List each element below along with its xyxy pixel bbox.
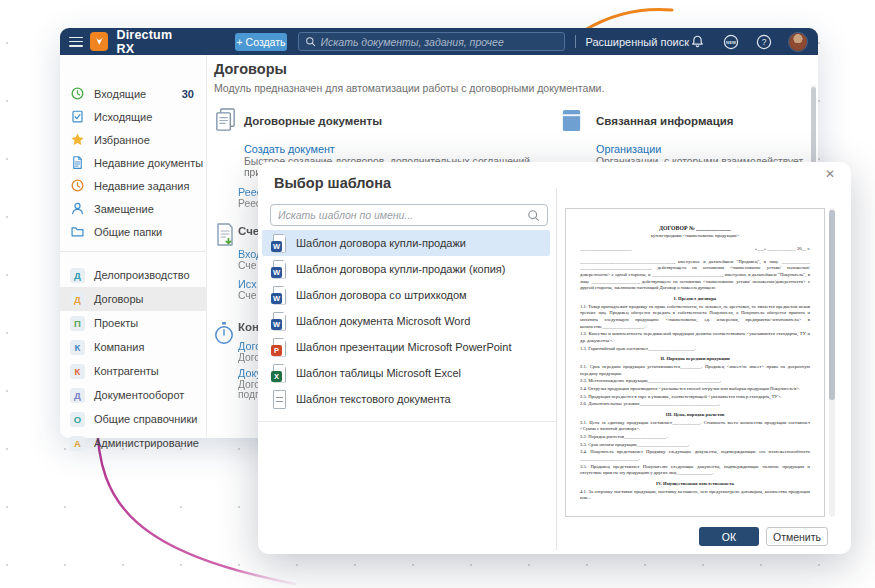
hidden-section-header: Кон <box>238 321 259 333</box>
word-file-icon: W <box>271 260 287 279</box>
user-avatar[interactable] <box>788 32 808 52</box>
template-preview-page: ДОГОВОР № ____________ купли-продажи <на… <box>565 208 825 517</box>
template-row-text-document[interactable]: Шаблон текстового документа <box>262 386 550 412</box>
notifications-icon[interactable] <box>689 33 706 50</box>
help-icon[interactable]: ? <box>755 33 772 50</box>
clock-icon <box>70 86 85 101</box>
module-letter-icon: К <box>70 364 85 379</box>
sidebar-module-counterparties[interactable]: К Контрагенты <box>60 359 207 383</box>
related-info-book-icon <box>559 107 585 135</box>
svg-text:?: ? <box>761 37 766 47</box>
module-letter-icon: Д <box>70 388 85 403</box>
hidden-desc-fragment: Сче <box>238 260 256 271</box>
search-icon <box>527 209 540 222</box>
hidden-desc-fragment: Сче <box>238 290 256 301</box>
hidden-section-header: Сче <box>238 225 259 237</box>
svg-text:NEW: NEW <box>726 39 736 44</box>
contract-preview-text: ДОГОВОР № ____________ купли-продажи <на… <box>566 209 824 517</box>
sidebar-module-company[interactable]: К Компания <box>60 335 207 359</box>
create-document-link[interactable]: Создать документ <box>244 143 335 155</box>
advanced-search-link[interactable]: Расширенный поиск <box>585 36 689 48</box>
person-icon <box>70 201 85 216</box>
module-letter-icon: А <box>70 436 85 451</box>
preview-scrollbar-thumb[interactable] <box>829 210 835 400</box>
dialog-title: Выбор шаблона <box>274 175 391 191</box>
create-button[interactable]: + Создать <box>235 33 286 51</box>
word-file-icon: W <box>271 286 287 305</box>
sidebar-module-administration[interactable]: А Администрирование <box>60 431 207 455</box>
template-row-word-document[interactable]: W Шаблон документа Microsoft Word <box>262 308 550 334</box>
sidebar-module-contracts[interactable]: Д Договоры <box>60 287 207 311</box>
template-list: W Шаблон договора купли-продажи W Шаблон… <box>262 230 550 412</box>
document-icon <box>70 155 85 170</box>
sidebar-item-recent-tasks[interactable]: Недавние задания <box>60 174 207 197</box>
module-letter-icon: Д <box>70 292 85 307</box>
topbar-separator <box>575 35 576 48</box>
text-file-icon <box>271 390 287 409</box>
whats-new-icon[interactable]: NEW <box>722 33 739 50</box>
template-search-box[interactable] <box>270 204 548 226</box>
ok-button[interactable]: ОК <box>699 527 759 546</box>
stopwatch-icon <box>212 321 238 349</box>
sidebar-item-outbox[interactable]: Исходящие <box>60 105 207 128</box>
module-letter-icon: П <box>70 316 85 331</box>
module-letter-icon: К <box>70 340 85 355</box>
top-bar: Directum RX + Создать Расширенный поиск … <box>60 28 818 55</box>
hidden-link-fragment[interactable]: Исх <box>238 278 257 290</box>
powerpoint-file-icon: P <box>271 338 287 357</box>
word-file-icon: W <box>271 234 287 253</box>
sidebar-item-inbox[interactable]: Входящие 30 <box>60 82 207 105</box>
sidebar-module-shared-directories[interactable]: О Общие справочники <box>60 407 207 431</box>
inbox-count-badge: 30 <box>182 88 194 100</box>
app-title: Directum RX <box>116 28 192 56</box>
global-search-box[interactable] <box>298 32 566 51</box>
menu-icon[interactable] <box>69 37 83 47</box>
page-title: Договоры <box>214 61 287 77</box>
template-search-input[interactable] <box>278 209 527 221</box>
template-row-purchase-contract[interactable]: W Шаблон договора купли-продажи <box>262 230 550 256</box>
cancel-button[interactable]: Отменить <box>766 527 828 546</box>
sidebar-item-recent-documents[interactable]: Недавние документы <box>60 151 207 174</box>
section-header-related-info: Связанная информация <box>596 115 734 127</box>
excel-file-icon: X <box>271 364 287 383</box>
panes-divider <box>556 188 557 550</box>
list-bottom-divider <box>258 421 556 422</box>
page-subtitle: Модуль предназначен для автоматизации ра… <box>214 82 604 94</box>
global-search-input[interactable] <box>321 36 559 48</box>
module-letter-icon: Д <box>70 268 85 283</box>
section-header-contract-documents: Договорные документы <box>244 115 382 127</box>
template-picker-dialog: ✕ Выбор шаблона W Шаблон договора купли-… <box>258 162 851 554</box>
directum-logo-icon <box>90 32 109 51</box>
sidebar-item-shared-folders[interactable]: Общие папки <box>60 220 207 243</box>
module-letter-icon: О <box>70 412 85 427</box>
invoices-icon <box>213 222 239 250</box>
template-row-barcode-contract[interactable]: W Шаблон договора со штрихкодом <box>262 282 550 308</box>
sidebar-item-favorites[interactable]: Избранное <box>60 128 207 151</box>
template-row-purchase-contract-copy[interactable]: W Шаблон договора купли-продажи (копия) <box>262 256 550 282</box>
close-icon[interactable]: ✕ <box>825 167 835 181</box>
template-row-excel-table[interactable]: X Шаблон таблицы Microsoft Excel <box>262 360 550 386</box>
search-icon <box>305 36 316 47</box>
clipboard-check-icon <box>70 109 85 124</box>
contract-documents-icon <box>213 107 239 135</box>
sidebar-divider <box>60 251 206 252</box>
sidebar: Входящие 30 Исходящие Избранное Недавние… <box>60 55 207 438</box>
hidden-desc-fragment: Дого <box>238 352 260 363</box>
word-file-icon: W <box>271 312 287 331</box>
sidebar-module-projects[interactable]: П Проекты <box>60 311 207 335</box>
sidebar-module-document-flow[interactable]: Д Документооборот <box>60 383 207 407</box>
template-row-powerpoint-presentation[interactable]: P Шаблон презентации Microsoft PowerPoin… <box>262 334 550 360</box>
folder-icon <box>70 224 85 239</box>
sidebar-item-substitution[interactable]: Замещение <box>60 197 207 220</box>
sidebar-module-records-management[interactable]: Д Делопроизводство <box>60 263 207 287</box>
clock-orange-icon <box>70 178 85 193</box>
star-icon <box>70 132 85 147</box>
organizations-link[interactable]: Организации <box>596 143 661 155</box>
